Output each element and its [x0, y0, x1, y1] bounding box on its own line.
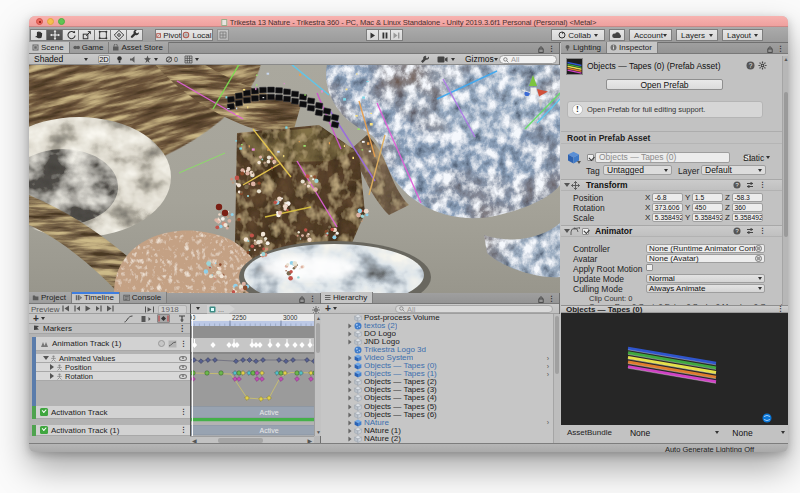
scene-tools-icon[interactable] — [420, 55, 429, 64]
expand-arrow[interactable] — [348, 356, 351, 361]
scale-tool-button[interactable] — [78, 29, 95, 41]
timeline-hscrollbar[interactable]: ◀ ▶ — [190, 436, 314, 443]
expand-arrow[interactable] — [348, 380, 351, 385]
timeline-breadcrumb[interactable]: ... — [207, 305, 235, 314]
bottom-tab-console[interactable]: Console — [120, 292, 167, 303]
checkbox[interactable] — [646, 264, 653, 271]
transform-component-header[interactable]: Transform ?⋮ — [561, 179, 788, 191]
tabbar-menu-icon[interactable]: ⋮ — [548, 45, 555, 53]
expand-arrow[interactable] — [348, 372, 351, 377]
custom-tool-button[interactable] — [126, 29, 143, 41]
rotation-y-field[interactable]: 450 — [692, 203, 723, 212]
object-field[interactable]: None (Avatar) — [646, 254, 765, 263]
dropdown-field[interactable]: Normal — [646, 274, 765, 283]
hierarchy-item-nature-2[interactable]: NAture (2) — [321, 435, 553, 443]
timeline-prev-frame-button[interactable] — [73, 304, 81, 314]
track-activation-1[interactable]: Activation Track (1)⋮ — [36, 425, 190, 436]
track-position[interactable]: Position — [36, 363, 190, 372]
scene-camera-icon[interactable] — [437, 56, 448, 63]
hierarchy-create-button[interactable]: + — [325, 305, 337, 312]
layout-dropdown[interactable]: Layout — [722, 29, 763, 41]
move-tool-button[interactable] — [46, 29, 63, 41]
transform-foldout[interactable] — [564, 183, 570, 187]
timeline-play-button[interactable] — [84, 304, 92, 314]
track-curves-icon[interactable] — [168, 340, 177, 348]
minimize-button[interactable] — [47, 18, 54, 25]
timeline-settings-icon[interactable] — [312, 306, 320, 314]
inspector-vscroll-thumb[interactable] — [784, 92, 788, 237]
eye-icon[interactable] — [179, 356, 187, 361]
timeline-view-caret[interactable] — [196, 307, 200, 310]
step-button[interactable] — [390, 29, 403, 41]
expand-arrow[interactable] — [348, 396, 351, 401]
scene-search-field[interactable]: All — [499, 55, 557, 64]
position-y-field[interactable]: 1.5 — [692, 193, 723, 202]
hierarchy-item-objects-tapes-4[interactable]: Objects — Tapes (4) — [321, 394, 553, 402]
hierarchy-item-objects-tapes-6[interactable]: Objects — Tapes (6) — [321, 411, 553, 419]
animator-header-icons[interactable]: ?⋮ — [733, 227, 766, 235]
gear-icon[interactable] — [758, 61, 767, 70]
grid-caret[interactable] — [195, 58, 199, 61]
effects-caret[interactable] — [154, 58, 158, 61]
expand-arrow[interactable] — [348, 340, 351, 345]
timeline-vscrollbar[interactable]: ▲ ▼ — [314, 314, 321, 436]
hierarchy-item-objects-tapes-0[interactable]: Objects — Tapes (0)› — [321, 362, 553, 370]
tag-dropdown[interactable]: Untagged — [603, 165, 672, 175]
inspector-vscrollbar[interactable]: ▲ — [782, 56, 788, 305]
foldout-arrow[interactable] — [50, 373, 54, 379]
activation-clip-1[interactable] — [191, 425, 321, 435]
play-range-icon[interactable] — [145, 306, 154, 313]
tabbar-menu-icon[interactable]: ⋮ — [548, 295, 555, 303]
static-caret[interactable] — [766, 156, 770, 159]
layers-dropdown[interactable]: Layers — [676, 29, 718, 41]
draw-mode-dropdown[interactable]: Shaded — [31, 54, 91, 64]
curves-view-icon[interactable] — [124, 315, 133, 323]
grid-visibility-icon[interactable] — [184, 55, 193, 64]
timeline-goto-start-button[interactable] — [62, 304, 70, 314]
scale-z-field[interactable]: 5.358492 — [732, 213, 763, 222]
record-button[interactable] — [158, 340, 165, 347]
hierarchy-item-jnd-logo[interactable]: JND Logo — [321, 338, 553, 346]
hierarchy-item-nature[interactable]: NAture› — [321, 419, 553, 427]
inspector-scroll-up-arrow[interactable]: ▲ — [784, 56, 789, 62]
hierarchy-item-textos-2[interactable]: textos (2) — [321, 322, 553, 330]
inspector-tab-inspector[interactable]: Inspector — [607, 42, 658, 53]
gameobject-name-field[interactable]: Objects — Tapes (0) — [595, 152, 730, 163]
hierarchy-item-nature-1[interactable]: NAture (1) — [321, 427, 553, 435]
position-z-field[interactable]: -58.3 — [732, 193, 763, 202]
track-animated-values[interactable]: Animated Values — [36, 354, 190, 363]
title-bar[interactable]: Trikesta 13 Nature - Trikestra 360 - PC,… — [29, 16, 788, 27]
dopesheet-view-button[interactable] — [157, 314, 170, 323]
animator-foldout[interactable] — [564, 229, 570, 233]
scale-y-field[interactable]: 5.358492 — [692, 213, 723, 222]
gameobject-active-checkbox[interactable] — [587, 154, 594, 161]
object-picker-icon[interactable] — [755, 255, 762, 262]
expand-arrow[interactable] — [348, 412, 351, 417]
edit-mode-icon[interactable] — [178, 315, 186, 323]
assetbundle-variant-dropdown[interactable]: None — [729, 428, 788, 438]
help-icon[interactable]: ? — [746, 61, 755, 70]
gizmos-dropdown[interactable]: Gizmos — [462, 54, 496, 64]
help-icon[interactable]: ? — [733, 181, 741, 189]
layer-dropdown[interactable]: Default — [701, 165, 766, 175]
transform-tool-button[interactable] — [110, 29, 127, 41]
timeline-keyframe-area[interactable]: 150022503000ActiveActive — [190, 314, 321, 436]
timeline-frame-field[interactable]: 1918 — [158, 305, 187, 314]
preview-header[interactable]: Objects — Tapes (0) ⋮ — [561, 305, 788, 313]
scene-effects-icon[interactable] — [143, 55, 152, 64]
hierarchy-item-do-logo[interactable]: DO Logo — [321, 330, 553, 338]
bottom-tab-project[interactable]: Project — [29, 292, 72, 303]
scene-tab-game[interactable]: Game — [70, 42, 110, 53]
eye-icon[interactable] — [179, 365, 187, 370]
scene-viewport[interactable] — [29, 65, 560, 293]
lock-icon[interactable] — [767, 46, 773, 53]
foldout-arrow[interactable] — [50, 364, 54, 370]
timeline-preview-button[interactable]: Preview — [31, 305, 59, 313]
activation-clip-0[interactable] — [191, 407, 321, 418]
transform-header-icons[interactable]: ?⋮ — [733, 181, 766, 189]
snap-toggle[interactable] — [217, 29, 229, 41]
hierarchy-tab-hierarchy[interactable]: Hierarchy — [321, 292, 373, 303]
hierarchy-item-trikestra-logo-3d[interactable]: Trikestra Logo 3d — [321, 346, 553, 354]
expand-arrow[interactable] — [348, 436, 351, 441]
rotation-x-field[interactable]: 373.606 — [652, 203, 683, 212]
